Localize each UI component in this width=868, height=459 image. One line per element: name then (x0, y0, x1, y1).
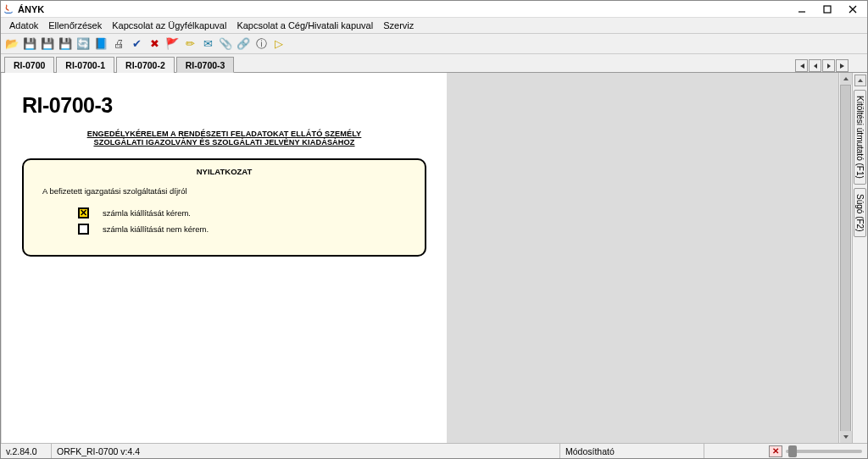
open-folder-icon[interactable]: 📂 (4, 36, 19, 52)
box-title: NYILATKOZAT (37, 167, 411, 176)
maximize-button[interactable] (815, 2, 840, 17)
svg-rect-1 (824, 6, 831, 13)
side-collapse-button[interactable] (854, 75, 866, 86)
app-window: ÁNYK Adatok Ellenőrzések Kapcsolat az Üg… (0, 0, 868, 459)
status-zoom-controls: ✕ (764, 445, 867, 457)
tab-t3[interactable]: RI-0700-3 (176, 57, 235, 73)
info-icon[interactable]: ⓘ (253, 36, 269, 52)
scroll-down-icon[interactable] (840, 431, 852, 443)
zoom-slider[interactable] (786, 450, 862, 453)
vertical-scrollbar[interactable] (838, 73, 852, 443)
menu-ugyfelkapu[interactable]: Kapcsolat az Ügyfélkapuval (107, 19, 231, 32)
nav-first-button[interactable] (795, 59, 808, 72)
checkbox-no-invoice[interactable] (78, 224, 89, 235)
status-state: Módosítható (560, 444, 704, 458)
form-header-1: ENGEDÉLYKÉRELEM A RENDÉSZETI FELADATOKAT… (22, 130, 426, 138)
zoom-reset-icon[interactable]: ✕ (769, 445, 782, 457)
flag-icon[interactable]: 🚩 (164, 36, 180, 52)
checkbox-request-invoice[interactable] (78, 207, 89, 218)
app-title: ÁNYK (18, 4, 789, 14)
tabs-row: RI-0700RI-0700-1RI-0700-2RI-0700-3 (1, 54, 867, 73)
status-bar: v.2.84.0 ORFK_RI-0700 v:4.4 Módosítható … (1, 443, 867, 458)
menu-ellenorzesek[interactable]: Ellenőrzések (43, 19, 107, 32)
title-bar: ÁNYK (1, 1, 867, 18)
java-icon (3, 3, 14, 15)
close-button[interactable] (840, 2, 865, 17)
save-icon[interactable]: 💾 (22, 36, 37, 52)
scroll-up-icon[interactable] (840, 73, 852, 85)
form-header-2: SZOLGÁLATI IGAZOLVÁNY ÉS SZOLGÁLATI JELV… (22, 138, 426, 147)
zoom-slider-knob[interactable] (788, 445, 797, 457)
menu-bar: Adatok Ellenőrzések Kapcsolat az Ügyfélk… (1, 18, 867, 34)
run-icon[interactable]: ▷ (271, 36, 287, 52)
form-title: RI-0700-3 (22, 93, 426, 118)
save-as-icon[interactable]: 💾 (40, 36, 55, 52)
main-area: RI-0700-3 ENGEDÉLYKÉRELEM A RENDÉSZETI F… (1, 73, 867, 443)
save-all-icon[interactable]: 💾 (58, 36, 73, 52)
box-intro: A befizetett igazgatási szolgáltatási dí… (42, 186, 411, 196)
minimize-button[interactable] (789, 2, 815, 17)
tab-t0[interactable]: RI-0700 (4, 57, 54, 73)
doc-icon[interactable]: 📘 (93, 36, 108, 52)
status-version: v.2.84.0 (1, 444, 52, 458)
menu-adatok[interactable]: Adatok (4, 19, 43, 32)
tab-t2[interactable]: RI-0700-2 (116, 57, 175, 73)
option-label-1: számla kiállítását kérem. (103, 208, 191, 218)
cancel-icon[interactable]: ✖ (147, 36, 162, 52)
refresh-icon[interactable]: 🔄 (75, 36, 91, 52)
toolbar: 📂💾💾💾🔄📘🖨✔✖🚩✏✉📎🔗ⓘ▷ (1, 34, 867, 54)
side-tab-help-f2[interactable]: Súgó (F2) (854, 188, 866, 237)
print-icon[interactable]: 🖨 (111, 36, 126, 52)
tab-t1[interactable]: RI-0700-1 (56, 57, 114, 73)
option-label-2: számla kiállítását nem kérem. (103, 224, 209, 234)
nav-next-button[interactable] (822, 59, 835, 72)
option-row-1: számla kiállítását kérem. (78, 207, 411, 218)
edit-icon[interactable]: ✏ (182, 36, 198, 52)
mail-icon[interactable]: ✉ (200, 36, 215, 52)
side-tabs: Kitöltési útmutató (F1) Súgó (F2) (852, 73, 867, 443)
declaration-box: NYILATKOZAT A befizetett igazgatási szol… (22, 158, 426, 257)
link-icon[interactable]: 🔗 (236, 36, 251, 52)
status-template: ORFK_RI-0700 v:4.4 (52, 444, 560, 458)
nav-prev-button[interactable] (809, 59, 821, 72)
form-page: RI-0700-3 ENGEDÉLYKÉRELEM A RENDÉSZETI F… (2, 73, 447, 443)
menu-hivatali[interactable]: Kapcsolat a Cég/Hivatali kapuval (231, 19, 378, 32)
side-tab-help-f1[interactable]: Kitöltési útmutató (F1) (854, 90, 866, 185)
nav-last-button[interactable] (836, 59, 849, 72)
check-icon[interactable]: ✔ (129, 36, 144, 52)
scrollbar-thumb[interactable] (840, 85, 851, 440)
attach-icon[interactable]: 📎 (218, 36, 233, 52)
empty-canvas (447, 73, 838, 443)
form-area: RI-0700-3 ENGEDÉLYKÉRELEM A RENDÉSZETI F… (1, 73, 838, 443)
menu-szerviz[interactable]: Szerviz (378, 19, 419, 32)
option-row-2: számla kiállítását nem kérem. (78, 224, 411, 235)
